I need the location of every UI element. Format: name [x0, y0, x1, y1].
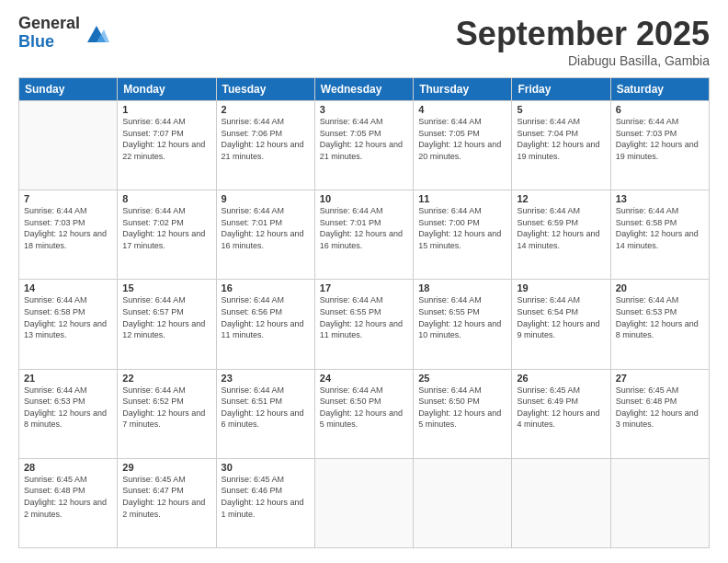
- day-number: 30: [222, 462, 310, 473]
- calendar-table: SundayMondayTuesdayWednesdayThursdayFrid…: [18, 77, 710, 548]
- day-info: Sunrise: 6:44 AM Sunset: 6:52 PM Dayligh…: [122, 385, 210, 431]
- day-info: Sunrise: 6:44 AM Sunset: 6:55 PM Dayligh…: [320, 294, 408, 340]
- calendar-cell: 29Sunrise: 6:45 AM Sunset: 6:47 PM Dayli…: [118, 458, 216, 547]
- day-number: 10: [320, 193, 408, 204]
- calendar-cell: [19, 101, 118, 190]
- day-info: Sunrise: 6:44 AM Sunset: 6:53 PM Dayligh…: [616, 294, 704, 340]
- day-number: 8: [122, 193, 210, 204]
- day-number: 3: [320, 104, 408, 115]
- calendar-cell: [512, 458, 610, 547]
- day-info: Sunrise: 6:44 AM Sunset: 7:05 PM Dayligh…: [418, 116, 506, 162]
- page: General Blue September 2025 Diabugu Basi…: [0, 0, 728, 563]
- calendar-cell: 17Sunrise: 6:44 AM Sunset: 6:55 PM Dayli…: [314, 280, 413, 369]
- day-number: 23: [222, 373, 310, 384]
- day-number: 12: [517, 193, 605, 204]
- calendar-cell: [610, 458, 709, 547]
- day-number: 17: [320, 282, 408, 293]
- calendar-header-row: SundayMondayTuesdayWednesdayThursdayFrid…: [19, 78, 710, 101]
- calendar-week-row: 14Sunrise: 6:44 AM Sunset: 6:58 PM Dayli…: [19, 280, 710, 369]
- calendar-week-row: 21Sunrise: 6:44 AM Sunset: 6:53 PM Dayli…: [19, 369, 710, 458]
- calendar-week-row: 7Sunrise: 6:44 AM Sunset: 7:03 PM Daylig…: [19, 190, 710, 280]
- calendar-cell: 28Sunrise: 6:45 AM Sunset: 6:48 PM Dayli…: [19, 458, 118, 547]
- day-info: Sunrise: 6:44 AM Sunset: 7:03 PM Dayligh…: [24, 205, 112, 251]
- day-info: Sunrise: 6:45 AM Sunset: 6:48 PM Dayligh…: [616, 385, 704, 431]
- calendar-cell: 8Sunrise: 6:44 AM Sunset: 7:02 PM Daylig…: [118, 190, 216, 280]
- calendar-cell: 12Sunrise: 6:44 AM Sunset: 6:59 PM Dayli…: [512, 190, 610, 280]
- calendar-cell: [414, 458, 512, 547]
- calendar-cell: 18Sunrise: 6:44 AM Sunset: 6:55 PM Dayli…: [414, 280, 512, 369]
- calendar-cell: 15Sunrise: 6:44 AM Sunset: 6:57 PM Dayli…: [118, 280, 216, 369]
- weekday-header: Saturday: [610, 78, 709, 101]
- day-info: Sunrise: 6:44 AM Sunset: 6:57 PM Dayligh…: [122, 294, 210, 340]
- day-info: Sunrise: 6:44 AM Sunset: 7:01 PM Dayligh…: [222, 205, 310, 251]
- day-number: 28: [24, 462, 112, 473]
- day-number: 15: [122, 282, 210, 293]
- day-number: 4: [418, 104, 506, 115]
- weekday-header: Wednesday: [314, 78, 413, 101]
- calendar-week-row: 1Sunrise: 6:44 AM Sunset: 7:07 PM Daylig…: [19, 101, 710, 190]
- day-number: 24: [320, 373, 408, 384]
- calendar-cell: 24Sunrise: 6:44 AM Sunset: 6:50 PM Dayli…: [314, 369, 413, 458]
- day-number: 19: [517, 282, 605, 293]
- day-number: 22: [122, 373, 210, 384]
- day-number: 1: [122, 104, 210, 115]
- day-info: Sunrise: 6:44 AM Sunset: 6:53 PM Dayligh…: [24, 385, 112, 431]
- day-number: 5: [517, 104, 605, 115]
- day-number: 21: [24, 373, 112, 384]
- calendar-cell: 21Sunrise: 6:44 AM Sunset: 6:53 PM Dayli…: [19, 369, 118, 458]
- day-number: 26: [517, 373, 605, 384]
- location: Diabugu Basilla, Gambia: [456, 53, 710, 68]
- title-section: September 2025 Diabugu Basilla, Gambia: [456, 15, 710, 68]
- day-number: 2: [222, 104, 310, 115]
- weekday-header: Monday: [118, 78, 216, 101]
- calendar-cell: 1Sunrise: 6:44 AM Sunset: 7:07 PM Daylig…: [118, 101, 216, 190]
- calendar-cell: 26Sunrise: 6:45 AM Sunset: 6:49 PM Dayli…: [512, 369, 610, 458]
- logo-general: General: [18, 15, 80, 33]
- day-number: 25: [418, 373, 506, 384]
- calendar-cell: 4Sunrise: 6:44 AM Sunset: 7:05 PM Daylig…: [414, 101, 512, 190]
- day-number: 29: [122, 462, 210, 473]
- day-info: Sunrise: 6:44 AM Sunset: 6:58 PM Dayligh…: [616, 205, 704, 251]
- day-info: Sunrise: 6:44 AM Sunset: 6:56 PM Dayligh…: [222, 294, 310, 340]
- calendar-cell: 30Sunrise: 6:45 AM Sunset: 6:46 PM Dayli…: [216, 458, 314, 547]
- day-info: Sunrise: 6:44 AM Sunset: 6:59 PM Dayligh…: [517, 205, 605, 251]
- calendar-cell: 19Sunrise: 6:44 AM Sunset: 6:54 PM Dayli…: [512, 280, 610, 369]
- calendar-cell: 14Sunrise: 6:44 AM Sunset: 6:58 PM Dayli…: [19, 280, 118, 369]
- calendar-cell: 27Sunrise: 6:45 AM Sunset: 6:48 PM Dayli…: [610, 369, 709, 458]
- day-info: Sunrise: 6:44 AM Sunset: 7:05 PM Dayligh…: [320, 116, 408, 162]
- day-info: Sunrise: 6:45 AM Sunset: 6:46 PM Dayligh…: [222, 474, 310, 520]
- day-number: 18: [418, 282, 506, 293]
- day-number: 11: [418, 193, 506, 204]
- calendar-cell: 16Sunrise: 6:44 AM Sunset: 6:56 PM Dayli…: [216, 280, 314, 369]
- calendar-cell: 20Sunrise: 6:44 AM Sunset: 6:53 PM Dayli…: [610, 280, 709, 369]
- weekday-header: Tuesday: [216, 78, 314, 101]
- day-info: Sunrise: 6:44 AM Sunset: 7:03 PM Dayligh…: [616, 116, 704, 162]
- day-number: 7: [24, 193, 112, 204]
- calendar-cell: 25Sunrise: 6:44 AM Sunset: 6:50 PM Dayli…: [414, 369, 512, 458]
- calendar-cell: 11Sunrise: 6:44 AM Sunset: 7:00 PM Dayli…: [414, 190, 512, 280]
- day-info: Sunrise: 6:44 AM Sunset: 7:04 PM Dayligh…: [517, 116, 605, 162]
- day-info: Sunrise: 6:44 AM Sunset: 6:54 PM Dayligh…: [517, 294, 605, 340]
- calendar-cell: 23Sunrise: 6:44 AM Sunset: 6:51 PM Dayli…: [216, 369, 314, 458]
- day-info: Sunrise: 6:44 AM Sunset: 7:02 PM Dayligh…: [122, 205, 210, 251]
- day-info: Sunrise: 6:44 AM Sunset: 6:51 PM Dayligh…: [222, 385, 310, 431]
- day-number: 27: [616, 373, 704, 384]
- month-title: September 2025: [456, 15, 710, 53]
- day-number: 9: [222, 193, 310, 204]
- weekday-header: Friday: [512, 78, 610, 101]
- day-info: Sunrise: 6:44 AM Sunset: 7:07 PM Dayligh…: [122, 116, 210, 162]
- day-number: 14: [24, 282, 112, 293]
- calendar-week-row: 28Sunrise: 6:45 AM Sunset: 6:48 PM Dayli…: [19, 458, 710, 547]
- day-info: Sunrise: 6:44 AM Sunset: 6:58 PM Dayligh…: [24, 294, 112, 340]
- day-info: Sunrise: 6:45 AM Sunset: 6:49 PM Dayligh…: [517, 385, 605, 431]
- logo-blue: Blue: [18, 33, 80, 52]
- calendar-cell: 22Sunrise: 6:44 AM Sunset: 6:52 PM Dayli…: [118, 369, 216, 458]
- day-number: 16: [222, 282, 310, 293]
- calendar-cell: 3Sunrise: 6:44 AM Sunset: 7:05 PM Daylig…: [314, 101, 413, 190]
- day-number: 6: [616, 104, 704, 115]
- logo-icon: [84, 20, 109, 46]
- weekday-header: Sunday: [19, 78, 118, 101]
- day-info: Sunrise: 6:44 AM Sunset: 7:00 PM Dayligh…: [418, 205, 506, 251]
- logo: General Blue: [18, 15, 109, 52]
- day-info: Sunrise: 6:44 AM Sunset: 6:50 PM Dayligh…: [320, 385, 408, 431]
